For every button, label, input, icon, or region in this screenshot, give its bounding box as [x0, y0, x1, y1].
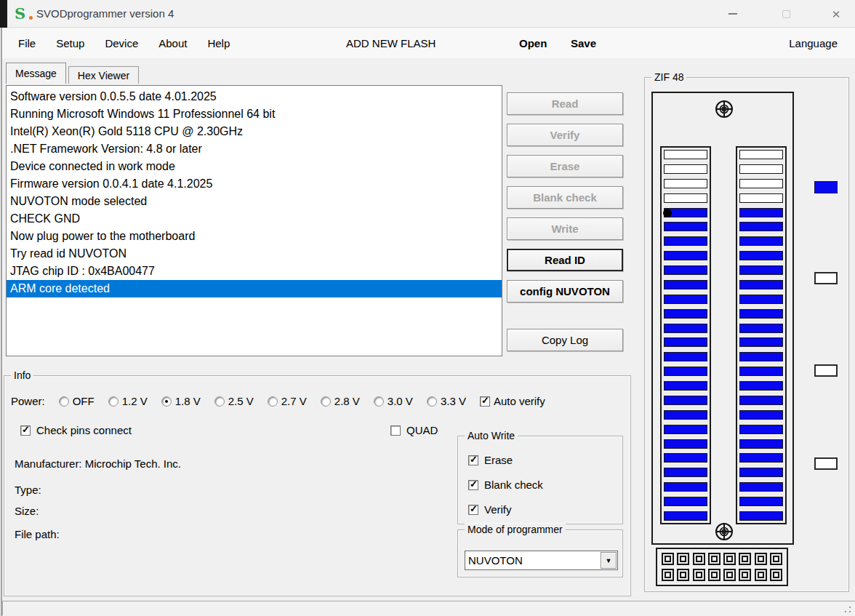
auto-write-erase-checkbox[interactable]: Erase [468, 454, 513, 466]
radio-icon[interactable] [161, 396, 172, 407]
log-line[interactable]: .NET Framework Version: 4.8 or later [7, 140, 502, 158]
pin-slot [664, 439, 707, 449]
connector-pin [662, 569, 674, 581]
button-erase[interactable]: Erase [507, 155, 623, 177]
log-line[interactable]: Firmware version 0.0.4.1 date 4.1.2025 [7, 175, 502, 193]
maximize-button[interactable] [769, 0, 803, 28]
pin-slot [739, 337, 783, 347]
quad-checkbox[interactable]: QUAD [390, 424, 438, 436]
connector-pin [708, 569, 720, 581]
menu-item-add-new-flash[interactable]: ADD NEW FLASH [336, 28, 446, 58]
auto-verify-box-icon[interactable] [480, 396, 490, 407]
menu-item-open[interactable]: Open [509, 28, 557, 58]
log-line[interactable]: JTAG chip ID : 0x4BA00477 [7, 263, 502, 280]
log-line[interactable]: Running Microsoft Windows 11 Professionn… [7, 105, 502, 123]
checkbox-icon[interactable] [468, 505, 478, 515]
log-line[interactable]: CHECK GND [7, 210, 502, 228]
menu-item-setup[interactable]: Setup [46, 37, 95, 49]
check-pins-connect-checkbox[interactable]: Check pins connect [20, 424, 132, 436]
button-verify[interactable]: Verify [507, 124, 623, 146]
button-write[interactable]: Write [507, 217, 623, 240]
type-field: Type: [15, 484, 41, 496]
radio-3-0-v[interactable]: 3.0 V [374, 395, 413, 407]
radio-2-8-v[interactable]: 2.8 V [321, 395, 360, 407]
connector-row [659, 553, 785, 565]
radio-off[interactable]: OFF [59, 395, 95, 407]
radio-icon[interactable] [108, 396, 119, 407]
radio-2-5-v[interactable]: 2.5 V [214, 395, 254, 407]
button-read-id[interactable]: Read ID [507, 249, 623, 271]
auto-write-blank-check-checkbox[interactable]: Blank check [468, 479, 543, 491]
checkbox-icon[interactable] [468, 455, 478, 465]
close-button[interactable]: ✕ [819, 0, 853, 28]
menu-item-file[interactable]: File [8, 37, 46, 49]
radio-1-2-v[interactable]: 1.2 V [108, 395, 148, 407]
pin-slot [739, 164, 783, 174]
button-blank-check[interactable]: Blank check [507, 186, 623, 209]
file-path-field: File path: [15, 528, 60, 540]
window-left-border [1, 28, 2, 616]
menu-item-help[interactable]: Help [197, 37, 240, 49]
minimize-button[interactable] [716, 0, 750, 28]
log-line[interactable]: Now plug power to the motherboard [7, 228, 502, 245]
log-line[interactable]: ARM core detected [7, 280, 502, 297]
check-pins-box-icon[interactable] [20, 425, 31, 436]
radio-label: 2.8 V [334, 395, 360, 407]
zif-group-label: ZIF 48 [651, 71, 686, 83]
pin-slot [664, 468, 707, 477]
button-read[interactable]: Read [507, 92, 623, 115]
connector-pin [708, 553, 720, 565]
pin-slot [664, 150, 707, 159]
pin-slot [739, 497, 783, 506]
pin-slot [664, 164, 707, 174]
button-config-nuvoton[interactable]: config NUVOTON [507, 280, 623, 303]
log-line[interactable]: Intel(R) Xeon(R) Gold 5118 CPU @ 2.30GHz [7, 123, 502, 140]
log-line[interactable]: Software version 0.0.5.5 date 4.01.2025 [7, 88, 502, 105]
radio-3-3-v[interactable]: 3.3 V [427, 395, 466, 407]
menu-item-about[interactable]: About [148, 37, 197, 49]
zif-socket-graphic [651, 92, 794, 545]
socket-indicator [814, 181, 838, 193]
auto-verify-checkbox[interactable]: Auto verify [480, 395, 545, 407]
radio-label: 2.5 V [228, 395, 254, 407]
radio-icon[interactable] [59, 396, 69, 407]
window-title: SVODprogrammer version 4 [36, 7, 174, 20]
menu-item-save[interactable]: Save [561, 28, 606, 58]
radio-icon[interactable] [321, 396, 331, 407]
combobox-dropdown-button[interactable]: ▼ [601, 552, 617, 569]
tab-hex-viewer[interactable]: Hex Viewer [68, 66, 139, 84]
connector-block [656, 548, 788, 586]
radio-label: 2.7 V [281, 395, 307, 407]
programmer-mode-value: NUVOTON [465, 554, 601, 567]
pin-slot [739, 482, 783, 492]
programmer-mode-combobox[interactable]: NUVOTON ▼ [465, 551, 618, 570]
pin-slot [664, 309, 707, 319]
checkbox-icon[interactable] [468, 480, 478, 490]
power-label: Power: [11, 395, 45, 407]
quad-box-icon[interactable] [390, 425, 401, 436]
radio-2-7-v[interactable]: 2.7 V [268, 395, 307, 407]
connector-pin [693, 569, 705, 581]
pin-slot [664, 280, 707, 289]
manufacturer-field: Manufacturer: Microchip Tech. Inc. [15, 457, 181, 470]
menu-item-language[interactable]: Language [779, 28, 848, 58]
tab-message[interactable]: Message [6, 63, 66, 84]
radio-icon[interactable] [268, 396, 278, 407]
log-line[interactable]: Try read id NUVOTON [7, 245, 502, 263]
chevron-down-icon: ▼ [606, 557, 612, 564]
pin-slot [739, 309, 783, 319]
radio-icon[interactable] [374, 396, 384, 407]
radio-label: 3.3 V [441, 395, 466, 407]
auto-write-verify-checkbox[interactable]: Verify [468, 503, 512, 516]
menu-item-device[interactable]: Device [95, 37, 148, 49]
radio-1-8-v[interactable]: 1.8 V [161, 395, 201, 407]
socket-indicator [814, 364, 838, 377]
radio-icon[interactable] [427, 396, 437, 407]
radio-icon[interactable] [214, 396, 225, 407]
log-line[interactable]: Device connected in work mode [7, 158, 502, 175]
message-log[interactable]: Software version 0.0.5.5 date 4.01.2025R… [6, 85, 502, 356]
resize-grip[interactable] [843, 605, 851, 612]
button-copy-log[interactable]: Copy Log [507, 329, 623, 351]
log-line[interactable]: NUVOTON mode selected [7, 193, 502, 210]
connector-row [659, 569, 785, 581]
